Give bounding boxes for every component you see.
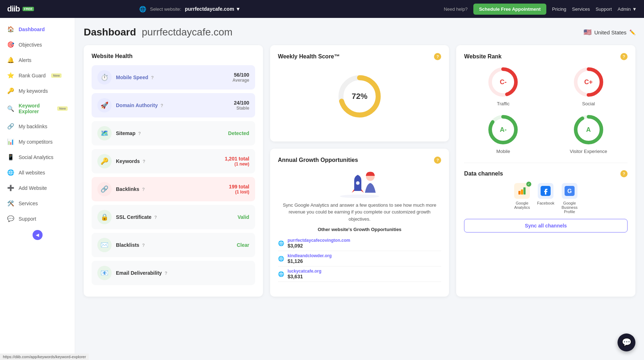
competitors-icon: 📊 <box>7 138 14 145</box>
growth-item-value: $3,092 <box>288 243 441 249</box>
health-item-domain-authority[interactable]: 🚀 Domain Authority ? 24/100 Stable <box>92 93 255 117</box>
google-business-icon: G <box>562 183 577 199</box>
schedule-appointment-button[interactable]: Schedule Free Appointment <box>473 4 546 15</box>
sidebar-item-my-backlinks[interactable]: 🔗 My backlinks <box>0 119 75 134</box>
health-item-blacklists[interactable]: ✉️ Blacklists ? Clear <box>92 233 255 257</box>
health-item-backlinks[interactable]: 🔗 Backlinks ? 199 total (1 lost) <box>92 177 255 201</box>
services-link[interactable]: Services <box>572 6 590 12</box>
annual-growth-card: Annual Growth Opportunities ? <box>270 149 449 297</box>
svg-rect-14 <box>521 189 523 195</box>
data-channels-title: Data channels ? <box>464 170 628 177</box>
health-item-ssl[interactable]: 🔒 SSL Certificate ? Valid <box>92 205 255 229</box>
health-item-keywords[interactable]: 🔑 Keywords ? 1,201 total (1 new) <box>92 149 255 173</box>
page-title: Dashboard <box>84 27 136 38</box>
traffic-grade-label: C- <box>500 78 507 86</box>
sidebar-item-add-website[interactable]: ➕ Add Website <box>0 180 75 196</box>
domain-authority-icon: 🚀 <box>97 98 112 112</box>
sidebar: 🏠 Dashboard 🎯 Objectives 🔔 Alerts ⭐ Rank… <box>0 18 75 360</box>
sidebar-item-all-websites[interactable]: 🌐 All websites <box>0 165 75 180</box>
email-deliverability-icon: 📧 <box>97 266 112 280</box>
keywords-icon: 🔑 <box>7 87 14 94</box>
website-globe-icon: 🌐 <box>278 271 284 277</box>
blacklists-label: Blacklists ? <box>116 242 233 248</box>
donut-chart: 72% <box>336 73 383 120</box>
website-health-title: Website Health <box>92 53 255 59</box>
keywords-health-value: 1,201 total (1 new) <box>225 156 249 167</box>
health-item-mobile-speed[interactable]: ⏱️ Mobile Speed ? 56/100 Average <box>92 65 255 90</box>
sidebar-item-social-analytics[interactable]: 📱 Social Analytics <box>0 149 75 165</box>
country-flag: 🇺🇸 <box>584 28 591 36</box>
sidebar-item-alerts[interactable]: 🔔 Alerts <box>0 52 75 68</box>
sidebar-label: Rank Guard <box>19 73 45 78</box>
growth-help-icon[interactable]: ? <box>434 157 441 164</box>
topnav-right: Need help? Schedule Free Appointment Pri… <box>444 4 637 15</box>
chevron-down-icon: ▼ <box>235 6 240 12</box>
sidebar-item-my-keywords[interactable]: 🔑 My keywords <box>0 83 75 99</box>
alerts-icon: 🔔 <box>7 57 14 63</box>
sitemap-icon: 🗺️ <box>97 126 112 140</box>
chat-button[interactable]: 💬 <box>618 333 635 351</box>
svg-point-3 <box>356 181 360 185</box>
sidebar-item-keyword-explorer[interactable]: 🔍 Keyword Explorer New <box>0 99 75 119</box>
ssl-value: Valid <box>238 214 249 220</box>
sidebar-label: Support <box>19 216 36 222</box>
channel-item-google-analytics: ✓ GoogleAnalytics <box>514 183 530 214</box>
logo[interactable]: diib FREE <box>7 4 34 14</box>
ssl-label: SSL Certificate ? <box>116 214 233 220</box>
url-bar: https://diib.com/app/keywords/keyword-ex… <box>0 354 89 360</box>
chat-icon: 💬 <box>622 338 631 347</box>
sidebar-item-objectives[interactable]: 🎯 Objectives <box>0 37 75 52</box>
admin-menu[interactable]: Admin ▼ <box>618 6 637 12</box>
connected-badge: ✓ <box>526 182 531 187</box>
facebook-label: Facebook <box>537 201 554 205</box>
mobile-grade-label: A- <box>500 126 507 134</box>
website-globe-icon: 🌐 <box>278 240 284 246</box>
sidebar-label: Objectives <box>19 42 42 48</box>
edit-icon[interactable]: ✏️ <box>629 29 635 35</box>
support-link[interactable]: Support <box>596 6 612 12</box>
growth-item[interactable]: 🌐 purrfectdaycafecovington.com $3,092 <box>278 236 441 251</box>
rank-help-icon[interactable]: ? <box>620 53 628 60</box>
growth-item-url: luckycatcafe.org <box>288 269 441 274</box>
new-badge: New <box>57 106 68 111</box>
pricing-link[interactable]: Pricing <box>552 6 566 12</box>
keywords-health-label: Keywords ? <box>116 158 220 164</box>
backlinks-value: 199 total (1 lost) <box>229 184 249 195</box>
weekly-health-title: Weekly Health Score™ ? <box>278 53 441 60</box>
channels-list: ✓ GoogleAnalytics <box>464 183 628 214</box>
backlinks-icon: 🔗 <box>7 123 14 130</box>
growth-item[interactable]: 🌐 kindleandclowder.org $1,126 <box>278 251 441 267</box>
channel-item-google-business: G GoogleBusinessProfile <box>562 183 578 214</box>
social-grade-label: C+ <box>584 78 593 86</box>
sidebar-label: Add Website <box>19 185 47 191</box>
growth-item[interactable]: 🌐 luckycatcafe.org $3,631 <box>278 267 441 282</box>
growth-list-title: Other website's Growth Opportunities <box>278 227 441 232</box>
rank-item-visitor-experience: A Visitor Experience <box>550 114 628 154</box>
svg-point-2 <box>340 195 379 198</box>
traffic-label: Traffic <box>497 101 509 106</box>
sidebar-item-support[interactable]: 💬 Support <box>0 211 75 226</box>
chevron-down-icon: ▼ <box>632 6 637 12</box>
sidebar-item-dashboard[interactable]: 🏠 Dashboard <box>0 21 75 37</box>
sidebar-label: Social Analytics <box>19 154 53 160</box>
support-icon: 💬 <box>7 215 14 222</box>
rank-item-social: C+ Social <box>550 66 628 106</box>
health-item-email-deliverability[interactable]: 📧 Email Deliverability ? <box>92 261 255 285</box>
sidebar-collapse-button[interactable]: ◀ <box>33 230 43 240</box>
growth-item-info: kindleandclowder.org $1,126 <box>288 253 441 264</box>
website-selector-button[interactable]: purrfectdaycafe.com ▼ <box>185 6 241 12</box>
sidebar-item-rank-guard[interactable]: ⭐ Rank Guard New <box>0 68 75 83</box>
website-selector-area: 🌐 Select website: purrfectdaycafe.com ▼ <box>139 6 240 13</box>
channels-help-icon[interactable]: ? <box>620 170 628 177</box>
sidebar-item-my-competitors[interactable]: 📊 My competitors <box>0 134 75 149</box>
main-content: Dashboard purrfectdaycafe.com 🇺🇸 United … <box>75 18 644 360</box>
growth-svg <box>335 169 385 198</box>
sidebar-item-services[interactable]: 🛠️ Services <box>0 196 75 211</box>
all-websites-icon: 🌐 <box>7 169 14 176</box>
health-item-sitemap[interactable]: 🗺️ Sitemap ? Detected <box>92 121 255 145</box>
sidebar-label: My keywords <box>19 88 48 94</box>
sync-all-channels-button[interactable]: Sync all channels <box>464 219 628 232</box>
sidebar-label: Alerts <box>19 57 31 63</box>
svg-rect-15 <box>523 187 526 195</box>
weekly-help-icon[interactable]: ? <box>434 53 441 60</box>
